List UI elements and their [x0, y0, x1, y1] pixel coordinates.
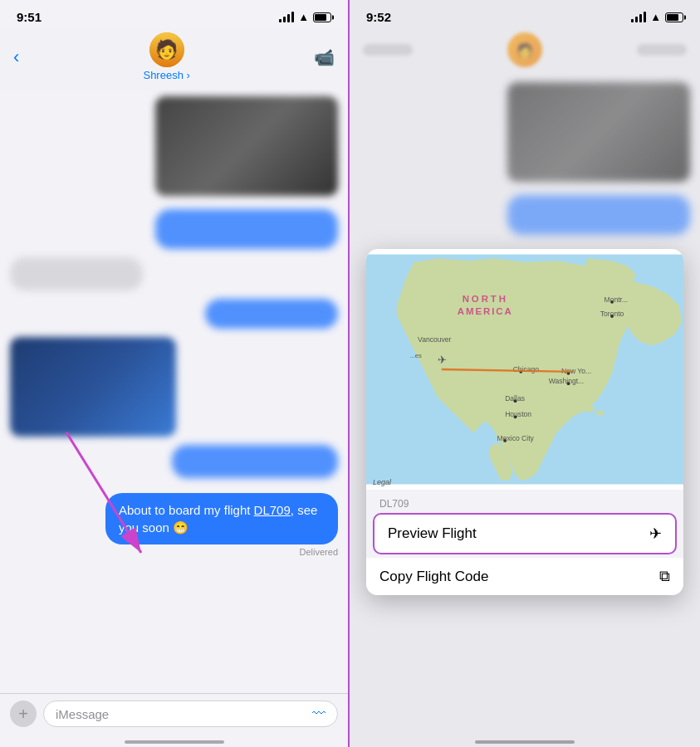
- add-attachment-button[interactable]: +: [10, 701, 37, 727]
- wifi-icon: ▲: [298, 11, 309, 23]
- svg-point-12: [514, 399, 517, 403]
- contact-name: Shreesh ›: [143, 69, 189, 81]
- preview-flight-label: Preview Flight: [388, 525, 477, 542]
- svg-point-10: [567, 382, 570, 385]
- left-status-bar: 9:51 ▲: [0, 0, 348, 29]
- video-call-button[interactable]: 📹: [314, 47, 335, 67]
- left-status-time: 9:51: [17, 10, 42, 24]
- right-status-time: 9:52: [366, 10, 391, 24]
- back-button[interactable]: ‹: [13, 46, 19, 68]
- svg-text:✈: ✈: [438, 354, 447, 366]
- battery-icon: [313, 12, 331, 22]
- home-bar: [125, 740, 224, 744]
- svg-point-14: [514, 415, 517, 418]
- bubble-blur-right-2: [205, 299, 338, 329]
- svg-point-19: [610, 300, 614, 304]
- message-row-image-mid: [10, 337, 338, 437]
- bubble-blur-left-1: [10, 257, 143, 290]
- signal-bars-icon: [279, 12, 294, 22]
- svg-point-4: [595, 411, 605, 416]
- avatar: 🧑: [149, 32, 184, 67]
- plane-icon: ✈: [649, 525, 662, 543]
- right-back-blurred: [363, 44, 413, 56]
- avatar-figure: 🧑: [149, 32, 184, 67]
- right-status-icons: ▲: [631, 11, 683, 23]
- nav-center[interactable]: 🧑 Shreesh ›: [143, 32, 189, 81]
- right-avatar: 🧑: [507, 32, 542, 67]
- imessage-input-field[interactable]: iMessage 〰: [43, 701, 338, 727]
- right-panel: 9:52 ▲ 🧑: [350, 0, 700, 747]
- message-row-bubble2: [10, 257, 338, 290]
- right-nav-bar: 🧑: [350, 29, 700, 76]
- svg-text:...es: ...es: [410, 352, 423, 359]
- right-status-bar: 9:52 ▲: [350, 0, 700, 29]
- image-blur-mid: [10, 337, 176, 437]
- copy-flight-code-label: Copy Flight Code: [379, 569, 488, 585]
- svg-text:Mexico City: Mexico City: [497, 434, 535, 442]
- copy-flight-code-button[interactable]: Copy Flight Code ⧉: [366, 558, 683, 595]
- message-row-image-top: [10, 96, 338, 201]
- flight-link[interactable]: DL709: [254, 503, 291, 517]
- message-row-bubble3: [10, 299, 338, 329]
- right-image-top: [507, 82, 690, 182]
- svg-text:Houston: Houston: [505, 410, 531, 418]
- svg-text:AMERICA: AMERICA: [458, 306, 513, 316]
- right-home-indicator: [350, 734, 700, 747]
- map-area: Chicago New Yo... Washingt... Dallas Hou…: [366, 249, 683, 490]
- message-text-prefix: About to board my flight: [119, 503, 254, 517]
- left-nav-bar: ‹ 🧑 Shreesh › 📹: [0, 29, 348, 90]
- flight-code-label: DL709: [366, 490, 683, 513]
- input-bar: + iMessage 〰: [0, 693, 348, 734]
- map-legal-text: Legal: [373, 478, 391, 486]
- bubble-blur-right-1: [155, 209, 338, 249]
- input-placeholder-text: iMessage: [56, 707, 109, 721]
- message-row-bubble4: [10, 445, 338, 478]
- svg-point-3: [582, 406, 595, 413]
- left-panel: 9:51 ▲ ‹ 🧑 Shreesh › 📹: [0, 0, 350, 747]
- svg-point-21: [610, 315, 614, 318]
- flight-map-card: Chicago New Yo... Washingt... Dallas Hou…: [366, 249, 683, 595]
- chat-area: About to board my flight DL709, see you …: [0, 90, 348, 693]
- svg-text:Chicago: Chicago: [513, 365, 540, 374]
- audio-input-icon[interactable]: 〰: [312, 706, 326, 721]
- preview-flight-button[interactable]: Preview Flight ✈: [373, 513, 677, 554]
- message-bubble-actual: About to board my flight DL709, see you …: [105, 493, 338, 544]
- right-wifi-icon: ▲: [650, 11, 661, 23]
- bubble-blur-right-3: [172, 445, 338, 478]
- right-video-blurred: [637, 44, 687, 56]
- right-home-bar: [475, 740, 575, 744]
- image-blur-top: [155, 96, 338, 196]
- left-status-icons: ▲: [279, 11, 331, 23]
- svg-text:NORTH: NORTH: [463, 294, 508, 304]
- svg-text:Vancouver: Vancouver: [418, 335, 452, 344]
- right-signal-bars-icon: [631, 12, 646, 22]
- right-bubble-1: [507, 195, 690, 235]
- message-row-bubble1: [10, 209, 338, 249]
- copy-icon: ⧉: [659, 568, 670, 585]
- svg-text:Washingt...: Washingt...: [549, 377, 585, 385]
- svg-text:Montr...: Montr...: [605, 295, 629, 304]
- map-svg: Chicago New Yo... Washingt... Dallas Hou…: [366, 249, 683, 490]
- right-msg-image-top: [360, 82, 690, 187]
- right-battery-icon: [665, 12, 683, 22]
- delivered-status: Delivered: [300, 547, 338, 557]
- right-msg-bubble1: [360, 195, 690, 235]
- svg-point-16: [503, 439, 507, 442]
- home-indicator: [0, 734, 348, 747]
- message-row-actual: About to board my flight DL709, see you …: [10, 493, 338, 557]
- flight-actions-panel: DL709 Preview Flight ✈ Copy Flight Code …: [366, 490, 683, 595]
